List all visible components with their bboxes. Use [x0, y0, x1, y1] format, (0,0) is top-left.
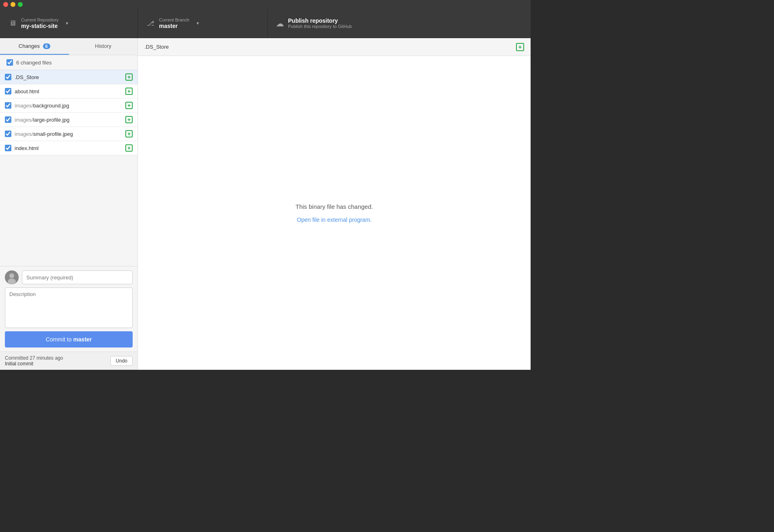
file-list-item[interactable]: images/small-profile.jpeg+ — [0, 127, 138, 141]
title-bar — [0, 0, 531, 9]
sidebar: Changes 6 History 6 changed files .DS_St… — [0, 38, 138, 370]
open-external-link[interactable]: Open file in external program. — [297, 217, 372, 223]
select-all-checkbox[interactable] — [6, 59, 13, 66]
repo-chevron-icon: ▼ — [65, 21, 69, 26]
commit-summary-row — [5, 270, 133, 284]
main-layout: Changes 6 History 6 changed files .DS_St… — [0, 38, 531, 370]
file-list: .DS_Store+about.html+images/background.j… — [0, 70, 138, 266]
content-filename: .DS_Store — [144, 44, 169, 50]
content-header: .DS_Store + — [138, 38, 531, 56]
file-checkbox[interactable] — [5, 116, 11, 123]
file-checkbox[interactable] — [5, 145, 11, 151]
file-name: about.html — [15, 88, 122, 94]
toolbar: 🖥 Current Repository my-static-site ▼ ⎇ … — [0, 9, 531, 38]
commit-branch-name: master — [73, 336, 92, 343]
svg-point-1 — [9, 273, 14, 278]
file-status-badge: + — [125, 88, 133, 95]
file-name: .DS_Store — [15, 74, 122, 80]
file-name: images/large-profile.jpg — [15, 117, 122, 123]
file-status-badge: + — [125, 144, 133, 152]
file-name: images/background.jpg — [15, 103, 122, 109]
description-textarea[interactable] — [5, 287, 133, 328]
last-commit-title: Initial commit — [5, 361, 63, 367]
file-status-badge: + — [125, 73, 133, 81]
repo-value: my-static-site — [21, 23, 58, 30]
tab-changes[interactable]: Changes 6 — [0, 38, 69, 55]
file-checkbox[interactable] — [5, 74, 11, 80]
changed-files-summary: 6 changed files — [0, 55, 138, 70]
publish-sublabel: Publish this repository to GitHub — [288, 24, 352, 29]
summary-input[interactable] — [22, 270, 133, 284]
current-repo-section[interactable]: 🖥 Current Repository my-static-site ▼ — [0, 9, 138, 38]
repo-label: Current Repository — [21, 17, 58, 23]
commit-button[interactable]: Commit to master — [5, 331, 133, 348]
branch-label: Current Branch — [159, 17, 189, 23]
binary-message: This binary file has changed. — [296, 203, 373, 210]
tab-history[interactable]: History — [69, 38, 138, 55]
publish-label: Publish repository — [288, 17, 352, 24]
avatar — [5, 270, 19, 284]
branch-icon: ⎇ — [146, 19, 155, 27]
sidebar-tabs: Changes 6 History — [0, 38, 138, 55]
content-status-badge: + — [516, 43, 524, 51]
content-body: This binary file has changed. Open file … — [138, 56, 531, 370]
file-status-badge: + — [125, 130, 133, 137]
file-list-item[interactable]: index.html+ — [0, 141, 138, 155]
branch-chevron-icon: ▼ — [196, 21, 200, 26]
cloud-upload-icon: ☁ — [276, 19, 284, 28]
monitor-icon: 🖥 — [8, 19, 17, 28]
commit-area: Commit to master — [0, 266, 138, 352]
changes-badge: 6 — [43, 43, 50, 49]
branch-value: master — [159, 23, 189, 30]
file-list-item[interactable]: images/large-profile.jpg+ — [0, 113, 138, 127]
file-list-item[interactable]: images/background.jpg+ — [0, 99, 138, 113]
last-commit-time: Committed 27 minutes ago — [5, 355, 63, 361]
file-name: index.html — [15, 145, 122, 151]
undo-button[interactable]: Undo — [110, 356, 133, 366]
file-list-item[interactable]: about.html+ — [0, 84, 138, 99]
minimize-button[interactable] — [11, 2, 15, 7]
file-list-item[interactable]: .DS_Store+ — [0, 70, 138, 84]
file-name: images/small-profile.jpeg — [15, 131, 122, 137]
current-branch-section[interactable]: ⎇ Current Branch master ▼ — [138, 9, 268, 38]
file-checkbox[interactable] — [5, 131, 11, 137]
last-commit-bar: Committed 27 minutes ago Initial commit … — [0, 352, 138, 370]
file-checkbox[interactable] — [5, 88, 11, 94]
file-status-badge: + — [125, 116, 133, 123]
file-status-badge: + — [125, 102, 133, 109]
file-checkbox[interactable] — [5, 102, 11, 109]
changed-files-count: 6 changed files — [16, 60, 52, 66]
content-area: .DS_Store + This binary file has changed… — [138, 38, 531, 370]
publish-section[interactable]: ☁ Publish repository Publish this reposi… — [268, 9, 531, 38]
svg-point-2 — [8, 279, 16, 284]
maximize-button[interactable] — [18, 2, 23, 7]
close-button[interactable] — [3, 2, 8, 7]
